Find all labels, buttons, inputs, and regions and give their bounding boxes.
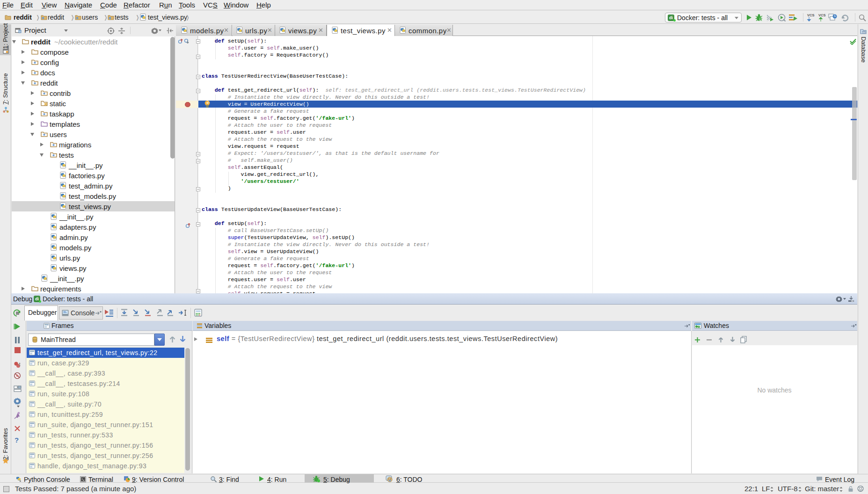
svg-text:VCS: VCS	[818, 13, 825, 17]
svg-text:VCS: VCS	[807, 13, 814, 17]
